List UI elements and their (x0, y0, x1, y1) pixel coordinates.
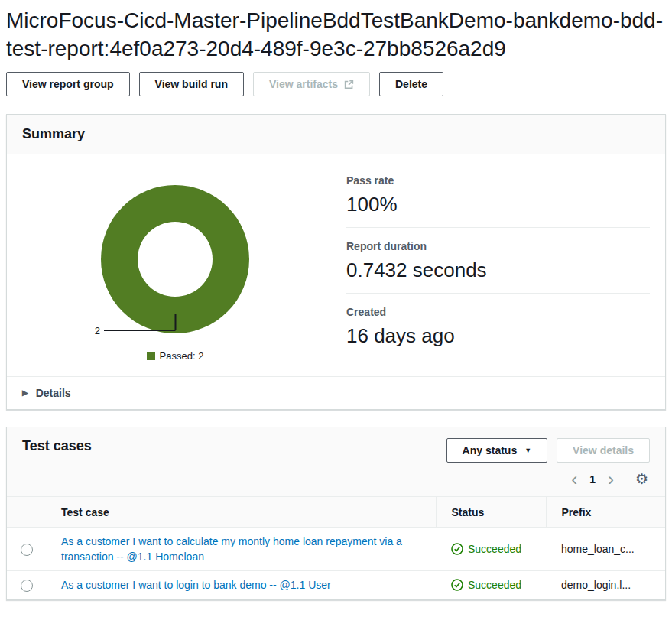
summary-body: 2 Passed: 2 Pass rate 100% Report durati… (7, 154, 665, 376)
view-artifacts-label: View artifacts (269, 78, 338, 90)
status-text: Succeeded (468, 543, 521, 555)
view-report-group-button[interactable]: View report group (6, 72, 130, 96)
metric-label: Created (346, 300, 650, 323)
select-column-header (7, 497, 50, 528)
current-page-number[interactable]: 1 (589, 473, 596, 486)
prefix-text: demo_login.l... (561, 579, 631, 591)
row-select-radio[interactable] (21, 544, 33, 556)
details-expander[interactable]: ▶ Details (7, 376, 665, 409)
status-filter-dropdown[interactable]: Any status ▼ (446, 438, 548, 463)
metric-created: Created 16 days ago (346, 300, 650, 359)
test-cases-card: Test cases Any status ▼ View details ‹ 1… (6, 427, 666, 600)
test-case-link[interactable]: As a customer I want to login to bank de… (61, 577, 331, 593)
metric-label: Report duration (346, 234, 650, 257)
status-badge: Succeeded (451, 543, 531, 555)
table-row: As a customer I want to calculate my mon… (7, 528, 665, 571)
test-cases-header: Test cases Any status ▼ View details ‹ 1… (7, 427, 665, 496)
summary-card-header: Summary (7, 115, 665, 154)
delete-button[interactable]: Delete (379, 72, 443, 96)
succeeded-check-icon (451, 579, 463, 591)
external-link-icon (344, 80, 354, 89)
table-header-row: Test case Status Prefix (7, 497, 665, 528)
chevron-right-icon[interactable]: › (608, 472, 614, 487)
metric-label: Pass rate (346, 168, 650, 191)
pass-donut-chart: 2 (86, 184, 264, 339)
metric-value: 0.7432 seconds (346, 257, 650, 294)
report-actions: View report group View build run View ar… (6, 72, 666, 96)
column-header-prefix: Prefix (546, 497, 665, 528)
pagination: ‹ 1 › ⚙ (22, 472, 650, 487)
donut-callout-label: 2 (95, 325, 100, 336)
table-row: As a customer I want to login to bank de… (7, 571, 665, 599)
prefix-text: home_loan_c... (561, 543, 635, 555)
summary-title: Summary (22, 126, 650, 142)
test-case-link[interactable]: As a customer I want to calculate my mon… (61, 534, 420, 564)
pass-rate-chart-column: 2 Passed: 2 (22, 168, 328, 365)
metric-pass-rate: Pass rate 100% (346, 168, 650, 228)
column-header-test-case: Test case (50, 497, 436, 528)
settings-gear-icon[interactable]: ⚙ (635, 472, 648, 487)
status-filter-label: Any status (463, 444, 518, 456)
details-label: Details (36, 387, 71, 399)
metric-report-duration: Report duration 0.7432 seconds (346, 234, 650, 294)
status-text: Succeeded (468, 579, 521, 591)
metric-value: 16 days ago (346, 323, 650, 359)
expand-triangle-icon: ▶ (22, 389, 28, 397)
caret-down-icon: ▼ (524, 447, 531, 454)
passed-legend-label: Passed: 2 (160, 350, 204, 362)
view-artifacts-button[interactable]: View artifacts (253, 72, 370, 96)
succeeded-check-icon (451, 543, 463, 555)
chart-legend: Passed: 2 (147, 350, 204, 362)
chevron-left-icon[interactable]: ‹ (571, 472, 577, 487)
status-badge: Succeeded (451, 579, 531, 591)
column-header-status: Status (436, 497, 546, 528)
report-page: MicroFocus-Cicd-Master-PipelineBddTestBa… (0, 0, 672, 600)
view-details-button[interactable]: View details (557, 438, 650, 463)
test-cases-table: Test case Status Prefix As a customer I … (7, 496, 665, 599)
metric-value: 100% (346, 191, 650, 228)
page-title: MicroFocus-Cicd-Master-PipelineBddTestBa… (6, 6, 666, 63)
row-select-radio[interactable] (21, 580, 33, 592)
test-cases-title: Test cases (22, 438, 92, 454)
passed-legend-swatch (147, 352, 155, 360)
summary-metrics: Pass rate 100% Report duration 0.7432 se… (328, 168, 650, 365)
summary-card: Summary 2 Passed: 2 Pas (6, 114, 666, 410)
view-build-run-button[interactable]: View build run (139, 72, 244, 96)
